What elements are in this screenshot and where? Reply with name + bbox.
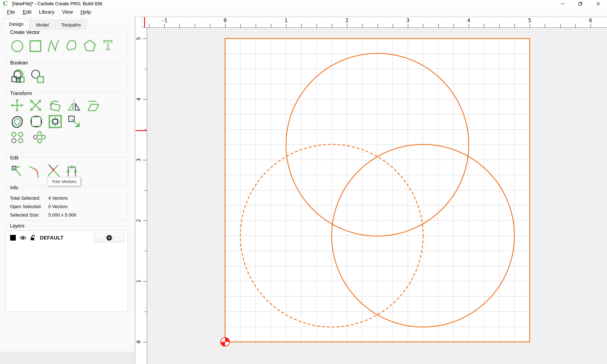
layer-row-default[interactable]: DEFAULT [5, 231, 128, 242]
trim-vectors-button[interactable] [47, 164, 60, 178]
boolean-title: Boolean [8, 60, 29, 66]
layer-unlocked-icon[interactable] [30, 235, 36, 241]
skew-tool-button[interactable] [86, 99, 99, 112]
tab-toolpaths[interactable]: Toolpaths [55, 20, 86, 29]
create-vector-title: Create Vector [8, 29, 41, 35]
layer-color-swatch[interactable] [10, 235, 16, 241]
ruler-label-h: 4 [467, 17, 470, 23]
mirror-tool-button[interactable] [67, 99, 81, 112]
ruler-tick [145, 190, 147, 191]
ruler-tick [378, 24, 378, 28]
rotate-tool-button[interactable] [48, 99, 62, 112]
nest-tool-button[interactable] [49, 115, 62, 128]
scale-tool-button[interactable] [29, 99, 42, 112]
svg-text:T: T [104, 39, 112, 52]
join-vectors-icon [65, 164, 79, 178]
tab-model[interactable]: Model [30, 20, 54, 29]
ruler-tick [591, 24, 591, 28]
close-icon [596, 1, 600, 6]
ruler-tick [347, 24, 347, 28]
canvas-svg[interactable] [147, 28, 607, 364]
title-bar: C [NewFile]* - Carbide Create PRO, Build… [0, 0, 607, 8]
ruler-tick [362, 24, 363, 28]
ruler-tick [286, 24, 286, 28]
boolean-union-button[interactable] [30, 69, 45, 83]
edit-title: Edit [8, 155, 20, 161]
layer-visibility-eye-icon[interactable] [20, 235, 26, 240]
info-title: Info [8, 185, 20, 191]
nest-tool-icon [49, 115, 62, 128]
mirror-tool-icon [67, 99, 81, 112]
curve-tool-button[interactable] [47, 39, 60, 52]
tab-design[interactable]: Design [3, 19, 29, 29]
ruler-label-v: 4 [136, 96, 142, 102]
curve-fillet-button[interactable] [29, 164, 42, 178]
info-group: Info Total Selected: 4 Vectors Open Sele… [5, 187, 128, 221]
ruler-label-h: 1 [284, 17, 288, 23]
ruler-corner-box [135, 17, 142, 28]
boolean-subtract-button[interactable] [11, 69, 25, 83]
move-tool-button[interactable] [11, 99, 24, 112]
curve-tool-icon [47, 39, 60, 52]
circle-tool-icon [11, 39, 24, 52]
fillet-tool-button[interactable] [29, 115, 43, 128]
ruler-tick [145, 130, 147, 130]
move-tool-icon [11, 99, 24, 112]
ruler-tick [545, 24, 545, 28]
ruler-tick [271, 24, 271, 28]
layer-name: DEFAULT [40, 235, 64, 241]
origin-marker[interactable] [221, 338, 229, 346]
ruler-tick [145, 312, 147, 312]
rectangle-tool-button[interactable] [29, 39, 42, 52]
trim-vectors-tooltip: Trim Vectors [48, 177, 80, 186]
ruler-tick [225, 24, 225, 28]
close-button[interactable] [589, 0, 607, 8]
window-title: [NewFile]* - Carbide Create PRO, Build 8… [12, 1, 102, 7]
minimize-button[interactable] [554, 0, 572, 8]
ruler-label-v: 1 [136, 278, 142, 284]
freeform-tool-icon [65, 39, 79, 52]
menu-edit[interactable]: Edit [19, 8, 35, 16]
ruler-tick [143, 160, 147, 160]
circle-tool-button[interactable] [11, 39, 24, 52]
design-panel: Design Model Toolpaths Create Vector [0, 16, 134, 352]
ruler-label-h: -1 [161, 17, 167, 23]
polygon-tool-icon [83, 39, 96, 52]
menu-help[interactable]: Help [77, 8, 95, 16]
resize-tool-button[interactable] [67, 115, 81, 128]
create-vector-group: Create Vector [5, 32, 128, 60]
text-tool-icon: T [101, 39, 115, 52]
ruler-label-h: 0 [224, 17, 226, 23]
linear-array-button[interactable] [11, 131, 26, 143]
menu-view[interactable]: View [58, 8, 77, 16]
ruler-tick [143, 281, 147, 282]
layers-title: Layers [8, 223, 26, 229]
boolean-union-icon [30, 69, 45, 83]
node-edit-button[interactable] [11, 164, 24, 178]
join-vectors-button[interactable] [65, 164, 79, 178]
ruler-tick [145, 251, 147, 251]
ruler-label-h: 2 [345, 17, 348, 23]
layer-settings-button[interactable] [94, 233, 124, 242]
rectangle-tool-icon [29, 39, 42, 52]
design-canvas[interactable] [147, 28, 607, 364]
menu-file[interactable]: File [3, 8, 19, 16]
text-tool-button[interactable]: T [101, 39, 115, 52]
ruler-label-h: 3 [406, 17, 409, 23]
restore-button[interactable] [572, 0, 589, 8]
menu-bar: File Edit Library View Help [0, 8, 607, 16]
circular-array-button[interactable] [32, 131, 46, 143]
ruler-label-v: 2 [136, 217, 142, 224]
vertical-ruler: 012345 [135, 28, 147, 364]
freeform-tool-button[interactable] [65, 39, 79, 52]
info-total-selected: Total Selected: 4 Vectors [10, 194, 128, 202]
linear-array-icon [11, 131, 26, 143]
menu-library[interactable]: Library [35, 8, 58, 16]
polygon-tool-button[interactable] [83, 39, 96, 52]
ruler-tick [469, 24, 469, 28]
horizontal-ruler: -10123456 [135, 17, 607, 28]
offset-tool-button[interactable] [11, 115, 24, 128]
ruler-tick [575, 24, 576, 28]
ruler-tick [145, 69, 147, 69]
ruler-tick [164, 24, 165, 28]
